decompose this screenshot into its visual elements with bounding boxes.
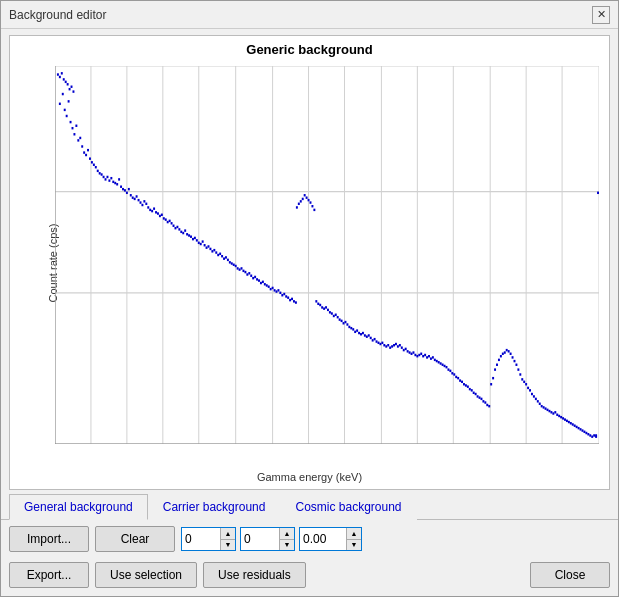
svg-rect-217 <box>381 342 383 344</box>
svg-rect-101 <box>157 212 159 214</box>
svg-rect-202 <box>352 328 354 330</box>
svg-rect-286 <box>515 364 517 366</box>
svg-rect-318 <box>578 427 580 429</box>
svg-rect-177 <box>285 295 287 297</box>
svg-rect-273 <box>490 383 492 385</box>
svg-rect-308 <box>558 415 560 417</box>
close-button[interactable]: Close <box>530 562 610 588</box>
svg-rect-229 <box>405 348 407 350</box>
svg-rect-161 <box>254 276 256 278</box>
spinbox-1: ▲ ▼ <box>181 527 236 551</box>
svg-rect-138 <box>298 203 300 205</box>
svg-rect-220 <box>387 344 389 346</box>
svg-rect-280 <box>504 351 506 353</box>
svg-rect-296 <box>535 398 537 400</box>
svg-rect-237 <box>420 353 422 355</box>
svg-rect-48 <box>69 88 71 90</box>
svg-rect-43 <box>59 76 61 78</box>
svg-rect-185 <box>319 304 321 306</box>
svg-rect-211 <box>370 337 372 339</box>
spinbox-1-input[interactable] <box>182 528 220 550</box>
svg-rect-255 <box>455 376 457 378</box>
svg-rect-230 <box>407 350 409 352</box>
svg-rect-269 <box>482 400 484 402</box>
svg-rect-107 <box>169 220 171 222</box>
svg-rect-242 <box>430 357 432 359</box>
svg-rect-264 <box>473 392 475 394</box>
svg-rect-78 <box>112 181 114 183</box>
svg-rect-168 <box>268 285 270 287</box>
export-button[interactable]: Export... <box>9 562 89 588</box>
svg-rect-49 <box>71 86 73 88</box>
svg-rect-182 <box>295 301 297 303</box>
use-selection-button[interactable]: Use selection <box>95 562 197 588</box>
svg-rect-44 <box>61 72 63 74</box>
svg-rect-169 <box>270 288 272 290</box>
svg-rect-317 <box>576 426 578 428</box>
spinbox-3-input[interactable] <box>300 528 346 550</box>
svg-rect-114 <box>182 232 184 234</box>
svg-rect-214 <box>376 340 378 342</box>
spinbox-2-input[interactable] <box>241 528 279 550</box>
spinbox-3-buttons: ▲ ▼ <box>346 528 361 550</box>
svg-rect-88 <box>132 196 134 198</box>
svg-rect-150 <box>233 264 235 266</box>
background-editor-window: Background editor ✕ Generic background C… <box>0 0 619 597</box>
clear-button[interactable]: Clear <box>95 526 175 552</box>
svg-rect-260 <box>465 384 467 386</box>
spinbox-3-up[interactable]: ▲ <box>347 528 361 540</box>
tab-general-background[interactable]: General background <box>9 494 148 520</box>
svg-rect-235 <box>416 355 418 357</box>
use-residuals-button[interactable]: Use residuals <box>203 562 306 588</box>
spinbox-1-down[interactable]: ▼ <box>221 540 235 551</box>
svg-rect-62 <box>81 145 83 147</box>
svg-rect-225 <box>397 345 399 347</box>
svg-rect-103 <box>161 214 163 216</box>
svg-rect-195 <box>339 318 341 320</box>
svg-rect-153 <box>239 268 241 270</box>
spinbox-2-up[interactable]: ▲ <box>280 528 294 540</box>
svg-rect-283 <box>510 353 512 355</box>
window-close-button[interactable]: ✕ <box>592 6 610 24</box>
svg-rect-282 <box>508 350 510 352</box>
svg-rect-139 <box>300 200 302 202</box>
svg-rect-234 <box>414 354 416 356</box>
svg-rect-141 <box>304 194 306 196</box>
spinbox-3-down[interactable]: ▼ <box>347 540 361 551</box>
svg-rect-215 <box>378 342 380 344</box>
svg-rect-171 <box>274 289 276 291</box>
svg-rect-180 <box>291 298 293 300</box>
import-button[interactable]: Import... <box>9 526 89 552</box>
svg-rect-45 <box>63 78 65 80</box>
svg-rect-322 <box>585 432 587 434</box>
svg-rect-119 <box>192 238 194 240</box>
tab-cosmic-background[interactable]: Cosmic background <box>280 494 416 520</box>
svg-rect-324 <box>589 434 591 436</box>
svg-rect-113 <box>180 231 182 233</box>
svg-rect-304 <box>550 411 552 413</box>
tab-carrier-background[interactable]: Carrier background <box>148 494 281 520</box>
svg-rect-232 <box>411 353 413 355</box>
svg-rect-228 <box>403 349 405 351</box>
svg-rect-218 <box>383 344 385 346</box>
svg-rect-249 <box>444 365 446 367</box>
svg-rect-201 <box>350 327 352 329</box>
svg-rect-143 <box>308 199 310 201</box>
svg-rect-64 <box>85 154 87 156</box>
svg-rect-236 <box>418 354 420 356</box>
svg-rect-123 <box>200 243 202 245</box>
svg-rect-186 <box>321 306 323 308</box>
svg-rect-293 <box>529 389 531 391</box>
svg-rect-313 <box>568 421 570 423</box>
svg-rect-312 <box>566 420 568 422</box>
spinbox-1-up[interactable]: ▲ <box>221 528 235 540</box>
svg-rect-175 <box>281 294 283 296</box>
svg-rect-92 <box>140 201 142 203</box>
svg-rect-79 <box>114 182 116 184</box>
spinbox-2-down[interactable]: ▼ <box>280 540 294 551</box>
svg-rect-198 <box>344 321 346 323</box>
svg-rect-46 <box>65 81 67 83</box>
svg-rect-209 <box>366 335 368 337</box>
svg-rect-176 <box>283 293 285 295</box>
svg-rect-219 <box>385 345 387 347</box>
